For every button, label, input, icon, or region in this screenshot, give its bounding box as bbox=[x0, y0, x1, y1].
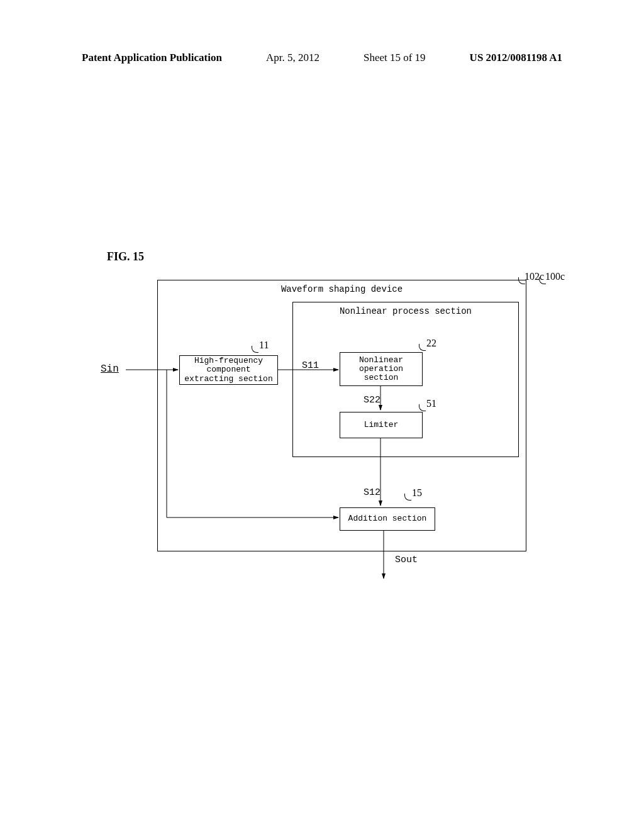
hf-block-label: High-frequency component extracting sect… bbox=[184, 357, 272, 384]
nl-block-label: Nonlinear operation section bbox=[359, 356, 403, 383]
reference-number-51: 51 bbox=[426, 398, 436, 409]
publication-label: Patent Application Publication bbox=[82, 52, 222, 64]
publication-number: US 2012/0081198 A1 bbox=[470, 52, 562, 64]
output-signal-label: Sout bbox=[395, 555, 418, 565]
nonlinear-operation-block: Nonlinear operation section bbox=[340, 352, 423, 386]
signal-s22-label: S22 bbox=[364, 395, 380, 406]
figure-label: FIG. 15 bbox=[107, 250, 144, 263]
reference-number-102c: 102c bbox=[525, 271, 544, 282]
limiter-block: Limiter bbox=[340, 412, 423, 438]
limiter-block-label: Limiter bbox=[364, 421, 399, 429]
inner-box-title: Nonlinear process section bbox=[293, 306, 518, 316]
reference-number-100c: 100c bbox=[545, 271, 565, 282]
sheet-number: Sheet 15 of 19 bbox=[364, 52, 426, 64]
addition-block: Addition section bbox=[340, 507, 435, 531]
block-diagram: Sin Waveform shaping device 100c Nonline… bbox=[157, 280, 547, 575]
reference-number-22: 22 bbox=[426, 338, 436, 349]
page-header: Patent Application Publication Apr. 5, 2… bbox=[0, 52, 644, 64]
addition-block-label: Addition section bbox=[348, 514, 427, 523]
reference-number-11: 11 bbox=[259, 340, 269, 351]
reference-number-15: 15 bbox=[412, 487, 422, 499]
high-frequency-extracting-block: High-frequency component extracting sect… bbox=[179, 355, 278, 385]
signal-s12-label: S12 bbox=[364, 487, 380, 498]
outer-box-title: Waveform shaping device bbox=[158, 284, 526, 294]
signal-s11-label: S11 bbox=[302, 360, 319, 371]
publication-date: Apr. 5, 2012 bbox=[266, 52, 319, 64]
